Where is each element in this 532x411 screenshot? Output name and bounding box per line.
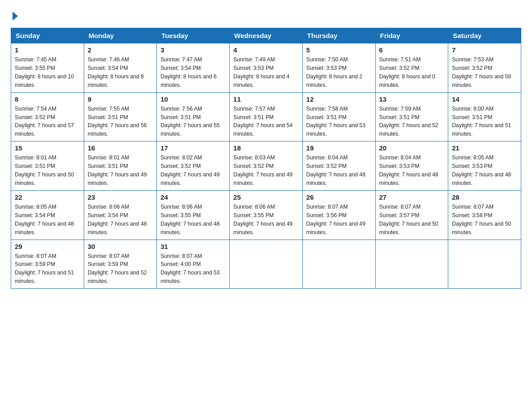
calendar-cell: 30 Sunrise: 8:07 AMSunset: 3:59 PMDaylig…	[84, 240, 157, 289]
calendar-cell: 26 Sunrise: 8:07 AMSunset: 3:56 PMDaylig…	[302, 190, 375, 240]
calendar-cell: 11 Sunrise: 7:57 AMSunset: 3:51 PMDaylig…	[230, 92, 303, 141]
day-info: Sunrise: 8:07 AMSunset: 4:00 PMDaylight:…	[160, 253, 219, 285]
calendar-cell	[230, 240, 303, 289]
day-number: 21	[452, 144, 517, 152]
calendar-cell: 10 Sunrise: 7:56 AMSunset: 3:51 PMDaylig…	[157, 92, 230, 141]
day-number: 29	[15, 243, 80, 250]
day-info: Sunrise: 8:01 AMSunset: 3:51 PMDaylight:…	[15, 154, 74, 186]
day-info: Sunrise: 7:49 AMSunset: 3:53 PMDaylight:…	[233, 56, 289, 88]
day-number: 5	[306, 46, 372, 54]
day-number: 11	[233, 95, 299, 103]
day-info: Sunrise: 8:05 AMSunset: 3:53 PMDaylight:…	[452, 154, 511, 186]
calendar-cell: 13 Sunrise: 7:59 AMSunset: 3:51 PMDaylig…	[375, 92, 448, 141]
day-number: 4	[233, 46, 299, 54]
logo-arrow-icon	[13, 12, 18, 21]
day-number: 26	[306, 193, 372, 201]
day-info: Sunrise: 8:04 AMSunset: 3:53 PMDaylight:…	[379, 154, 438, 186]
calendar-cell: 17 Sunrise: 8:02 AMSunset: 3:52 PMDaylig…	[157, 141, 230, 191]
calendar-cell: 8 Sunrise: 7:54 AMSunset: 3:52 PMDayligh…	[11, 92, 84, 141]
day-number: 31	[160, 243, 226, 250]
day-info: Sunrise: 7:53 AMSunset: 3:52 PMDaylight:…	[452, 56, 511, 88]
weekday-header-monday: Monday	[84, 28, 157, 43]
day-number: 16	[88, 144, 153, 152]
day-info: Sunrise: 7:46 AMSunset: 3:54 PMDaylight:…	[88, 56, 144, 88]
calendar-cell: 24 Sunrise: 8:06 AMSunset: 3:55 PMDaylig…	[157, 190, 230, 240]
day-info: Sunrise: 7:51 AMSunset: 3:52 PMDaylight:…	[379, 56, 435, 88]
calendar-cell: 29 Sunrise: 8:07 AMSunset: 3:59 PMDaylig…	[11, 240, 84, 289]
logo	[11, 11, 18, 21]
day-number: 28	[452, 193, 517, 201]
day-info: Sunrise: 7:47 AMSunset: 3:54 PMDaylight:…	[160, 56, 216, 88]
day-number: 3	[160, 46, 226, 54]
day-info: Sunrise: 7:45 AMSunset: 3:55 PMDaylight:…	[15, 56, 74, 88]
weekday-header-friday: Friday	[375, 28, 448, 43]
calendar-cell: 5 Sunrise: 7:50 AMSunset: 3:53 PMDayligh…	[302, 43, 375, 93]
day-number: 14	[452, 95, 517, 103]
weekday-header-saturday: Saturday	[448, 28, 521, 43]
calendar-cell	[302, 240, 375, 289]
day-info: Sunrise: 8:07 AMSunset: 3:56 PMDaylight:…	[306, 204, 365, 235]
day-info: Sunrise: 7:54 AMSunset: 3:52 PMDaylight:…	[15, 106, 74, 137]
day-info: Sunrise: 7:57 AMSunset: 3:51 PMDaylight:…	[233, 106, 292, 137]
week-row-5: 29 Sunrise: 8:07 AMSunset: 3:59 PMDaylig…	[11, 240, 521, 289]
calendar-cell: 14 Sunrise: 8:00 AMSunset: 3:51 PMDaylig…	[448, 92, 521, 141]
day-number: 1	[15, 46, 80, 54]
calendar-cell	[448, 240, 521, 289]
day-info: Sunrise: 8:06 AMSunset: 3:55 PMDaylight:…	[160, 204, 219, 235]
day-info: Sunrise: 8:06 AMSunset: 3:55 PMDaylight:…	[233, 204, 292, 235]
day-info: Sunrise: 7:50 AMSunset: 3:53 PMDaylight:…	[306, 56, 362, 88]
day-info: Sunrise: 8:07 AMSunset: 3:58 PMDaylight:…	[452, 204, 511, 235]
day-number: 22	[15, 193, 80, 201]
day-number: 12	[306, 95, 372, 103]
calendar-cell: 20 Sunrise: 8:04 AMSunset: 3:53 PMDaylig…	[375, 141, 448, 191]
weekday-header-row: SundayMondayTuesdayWednesdayThursdayFrid…	[11, 28, 521, 43]
day-info: Sunrise: 8:07 AMSunset: 3:57 PMDaylight:…	[379, 204, 438, 235]
weekday-header-tuesday: Tuesday	[157, 28, 230, 43]
page-header	[11, 11, 521, 21]
weekday-header-wednesday: Wednesday	[230, 28, 303, 43]
day-number: 19	[306, 144, 372, 152]
calendar-cell: 25 Sunrise: 8:06 AMSunset: 3:55 PMDaylig…	[230, 190, 303, 240]
day-number: 24	[160, 193, 226, 201]
calendar-cell: 4 Sunrise: 7:49 AMSunset: 3:53 PMDayligh…	[230, 43, 303, 93]
calendar-cell: 12 Sunrise: 7:58 AMSunset: 3:51 PMDaylig…	[302, 92, 375, 141]
day-info: Sunrise: 8:03 AMSunset: 3:52 PMDaylight:…	[233, 154, 292, 186]
calendar-cell: 28 Sunrise: 8:07 AMSunset: 3:58 PMDaylig…	[448, 190, 521, 240]
day-info: Sunrise: 8:06 AMSunset: 3:54 PMDaylight:…	[88, 204, 147, 235]
calendar-cell: 7 Sunrise: 7:53 AMSunset: 3:52 PMDayligh…	[448, 43, 521, 93]
calendar-cell: 15 Sunrise: 8:01 AMSunset: 3:51 PMDaylig…	[11, 141, 84, 191]
day-number: 17	[160, 144, 226, 152]
day-number: 7	[452, 46, 517, 54]
calendar-cell	[375, 240, 448, 289]
day-info: Sunrise: 8:01 AMSunset: 3:51 PMDaylight:…	[88, 154, 147, 186]
week-row-1: 1 Sunrise: 7:45 AMSunset: 3:55 PMDayligh…	[11, 43, 521, 93]
calendar-cell: 16 Sunrise: 8:01 AMSunset: 3:51 PMDaylig…	[84, 141, 157, 191]
calendar-cell: 22 Sunrise: 8:05 AMSunset: 3:54 PMDaylig…	[11, 190, 84, 240]
calendar-cell: 6 Sunrise: 7:51 AMSunset: 3:52 PMDayligh…	[375, 43, 448, 93]
day-number: 30	[88, 243, 153, 250]
calendar-cell: 2 Sunrise: 7:46 AMSunset: 3:54 PMDayligh…	[84, 43, 157, 93]
day-number: 27	[379, 193, 445, 201]
weekday-header-thursday: Thursday	[302, 28, 375, 43]
calendar-cell: 18 Sunrise: 8:03 AMSunset: 3:52 PMDaylig…	[230, 141, 303, 191]
day-info: Sunrise: 7:59 AMSunset: 3:51 PMDaylight:…	[379, 106, 438, 137]
day-number: 6	[379, 46, 445, 54]
day-info: Sunrise: 7:58 AMSunset: 3:51 PMDaylight:…	[306, 106, 365, 137]
calendar-cell: 19 Sunrise: 8:04 AMSunset: 3:52 PMDaylig…	[302, 141, 375, 191]
day-info: Sunrise: 8:07 AMSunset: 3:59 PMDaylight:…	[15, 253, 74, 285]
day-number: 25	[233, 193, 299, 201]
day-number: 20	[379, 144, 445, 152]
day-info: Sunrise: 7:56 AMSunset: 3:51 PMDaylight:…	[160, 106, 219, 137]
day-info: Sunrise: 8:04 AMSunset: 3:52 PMDaylight:…	[306, 154, 365, 186]
calendar-cell: 1 Sunrise: 7:45 AMSunset: 3:55 PMDayligh…	[11, 43, 84, 93]
day-number: 10	[160, 95, 226, 103]
day-number: 23	[88, 193, 153, 201]
calendar-cell: 27 Sunrise: 8:07 AMSunset: 3:57 PMDaylig…	[375, 190, 448, 240]
day-number: 13	[379, 95, 445, 103]
day-info: Sunrise: 8:07 AMSunset: 3:59 PMDaylight:…	[88, 253, 147, 285]
calendar-cell: 23 Sunrise: 8:06 AMSunset: 3:54 PMDaylig…	[84, 190, 157, 240]
day-info: Sunrise: 8:00 AMSunset: 3:51 PMDaylight:…	[452, 106, 511, 137]
week-row-3: 15 Sunrise: 8:01 AMSunset: 3:51 PMDaylig…	[11, 141, 521, 191]
day-number: 18	[233, 144, 299, 152]
calendar-cell: 31 Sunrise: 8:07 AMSunset: 4:00 PMDaylig…	[157, 240, 230, 289]
